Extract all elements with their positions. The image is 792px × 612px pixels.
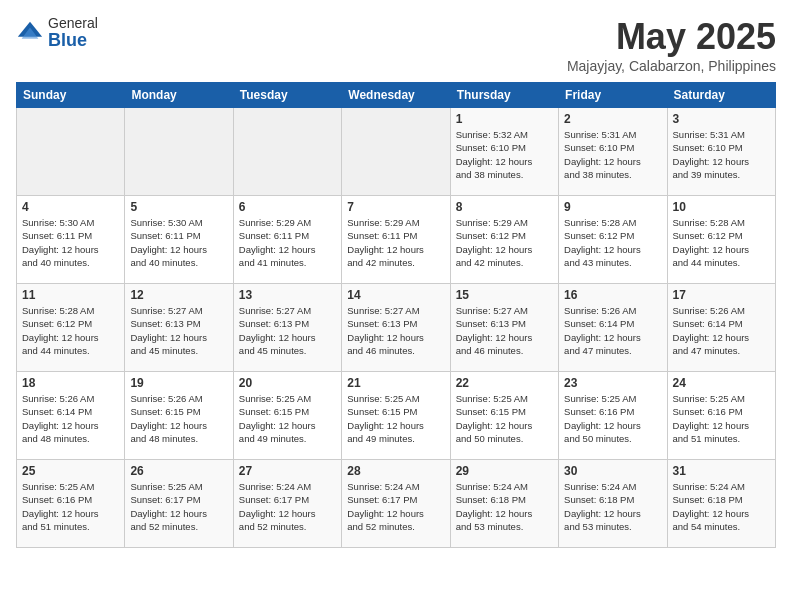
- day-number: 6: [239, 200, 336, 214]
- calendar-header: SundayMondayTuesdayWednesdayThursdayFrid…: [17, 83, 776, 108]
- week-row-2: 4Sunrise: 5:30 AMSunset: 6:11 PMDaylight…: [17, 196, 776, 284]
- day-number: 14: [347, 288, 444, 302]
- day-info: Sunrise: 5:26 AMSunset: 6:14 PMDaylight:…: [673, 304, 770, 357]
- week-row-5: 25Sunrise: 5:25 AMSunset: 6:16 PMDayligh…: [17, 460, 776, 548]
- day-info: Sunrise: 5:26 AMSunset: 6:15 PMDaylight:…: [130, 392, 227, 445]
- day-info: Sunrise: 5:28 AMSunset: 6:12 PMDaylight:…: [22, 304, 119, 357]
- calendar-cell: 2Sunrise: 5:31 AMSunset: 6:10 PMDaylight…: [559, 108, 667, 196]
- day-number: 18: [22, 376, 119, 390]
- day-info: Sunrise: 5:28 AMSunset: 6:12 PMDaylight:…: [673, 216, 770, 269]
- calendar-table: SundayMondayTuesdayWednesdayThursdayFrid…: [16, 82, 776, 548]
- day-number: 23: [564, 376, 661, 390]
- week-row-1: 1Sunrise: 5:32 AMSunset: 6:10 PMDaylight…: [17, 108, 776, 196]
- header-row: SundayMondayTuesdayWednesdayThursdayFrid…: [17, 83, 776, 108]
- calendar-cell: 24Sunrise: 5:25 AMSunset: 6:16 PMDayligh…: [667, 372, 775, 460]
- day-info: Sunrise: 5:27 AMSunset: 6:13 PMDaylight:…: [347, 304, 444, 357]
- day-number: 31: [673, 464, 770, 478]
- logo-icon: [16, 20, 44, 48]
- day-info: Sunrise: 5:26 AMSunset: 6:14 PMDaylight:…: [564, 304, 661, 357]
- calendar-cell: 12Sunrise: 5:27 AMSunset: 6:13 PMDayligh…: [125, 284, 233, 372]
- day-number: 9: [564, 200, 661, 214]
- day-info: Sunrise: 5:25 AMSunset: 6:16 PMDaylight:…: [22, 480, 119, 533]
- calendar-cell: 20Sunrise: 5:25 AMSunset: 6:15 PMDayligh…: [233, 372, 341, 460]
- day-number: 29: [456, 464, 553, 478]
- calendar-cell: 10Sunrise: 5:28 AMSunset: 6:12 PMDayligh…: [667, 196, 775, 284]
- day-number: 21: [347, 376, 444, 390]
- calendar-cell: 16Sunrise: 5:26 AMSunset: 6:14 PMDayligh…: [559, 284, 667, 372]
- day-number: 27: [239, 464, 336, 478]
- calendar-cell: 1Sunrise: 5:32 AMSunset: 6:10 PMDaylight…: [450, 108, 558, 196]
- calendar-cell: 17Sunrise: 5:26 AMSunset: 6:14 PMDayligh…: [667, 284, 775, 372]
- day-number: 17: [673, 288, 770, 302]
- day-number: 22: [456, 376, 553, 390]
- calendar-cell: [233, 108, 341, 196]
- day-info: Sunrise: 5:31 AMSunset: 6:10 PMDaylight:…: [673, 128, 770, 181]
- calendar-cell: [125, 108, 233, 196]
- calendar-cell: 4Sunrise: 5:30 AMSunset: 6:11 PMDaylight…: [17, 196, 125, 284]
- calendar-cell: [17, 108, 125, 196]
- week-row-4: 18Sunrise: 5:26 AMSunset: 6:14 PMDayligh…: [17, 372, 776, 460]
- day-info: Sunrise: 5:29 AMSunset: 6:11 PMDaylight:…: [347, 216, 444, 269]
- day-info: Sunrise: 5:24 AMSunset: 6:17 PMDaylight:…: [239, 480, 336, 533]
- day-info: Sunrise: 5:24 AMSunset: 6:18 PMDaylight:…: [564, 480, 661, 533]
- location-subtitle: Majayjay, Calabarzon, Philippines: [567, 58, 776, 74]
- title-area: May 2025 Majayjay, Calabarzon, Philippin…: [567, 16, 776, 74]
- day-info: Sunrise: 5:25 AMSunset: 6:16 PMDaylight:…: [564, 392, 661, 445]
- day-number: 20: [239, 376, 336, 390]
- calendar-cell: 7Sunrise: 5:29 AMSunset: 6:11 PMDaylight…: [342, 196, 450, 284]
- header-day-monday: Monday: [125, 83, 233, 108]
- logo-general-text: General: [48, 16, 98, 31]
- logo: General Blue: [16, 16, 98, 51]
- calendar-cell: 21Sunrise: 5:25 AMSunset: 6:15 PMDayligh…: [342, 372, 450, 460]
- day-number: 26: [130, 464, 227, 478]
- calendar-cell: 13Sunrise: 5:27 AMSunset: 6:13 PMDayligh…: [233, 284, 341, 372]
- calendar-cell: 26Sunrise: 5:25 AMSunset: 6:17 PMDayligh…: [125, 460, 233, 548]
- day-info: Sunrise: 5:29 AMSunset: 6:11 PMDaylight:…: [239, 216, 336, 269]
- day-number: 3: [673, 112, 770, 126]
- day-info: Sunrise: 5:24 AMSunset: 6:18 PMDaylight:…: [673, 480, 770, 533]
- day-number: 11: [22, 288, 119, 302]
- calendar-cell: 31Sunrise: 5:24 AMSunset: 6:18 PMDayligh…: [667, 460, 775, 548]
- header-day-saturday: Saturday: [667, 83, 775, 108]
- calendar-cell: 18Sunrise: 5:26 AMSunset: 6:14 PMDayligh…: [17, 372, 125, 460]
- day-info: Sunrise: 5:30 AMSunset: 6:11 PMDaylight:…: [130, 216, 227, 269]
- day-number: 15: [456, 288, 553, 302]
- day-number: 19: [130, 376, 227, 390]
- day-number: 10: [673, 200, 770, 214]
- day-info: Sunrise: 5:27 AMSunset: 6:13 PMDaylight:…: [130, 304, 227, 357]
- calendar-cell: 11Sunrise: 5:28 AMSunset: 6:12 PMDayligh…: [17, 284, 125, 372]
- calendar-cell: 27Sunrise: 5:24 AMSunset: 6:17 PMDayligh…: [233, 460, 341, 548]
- day-info: Sunrise: 5:30 AMSunset: 6:11 PMDaylight:…: [22, 216, 119, 269]
- calendar-cell: 5Sunrise: 5:30 AMSunset: 6:11 PMDaylight…: [125, 196, 233, 284]
- calendar-cell: 9Sunrise: 5:28 AMSunset: 6:12 PMDaylight…: [559, 196, 667, 284]
- day-info: Sunrise: 5:29 AMSunset: 6:12 PMDaylight:…: [456, 216, 553, 269]
- day-number: 7: [347, 200, 444, 214]
- calendar-cell: 14Sunrise: 5:27 AMSunset: 6:13 PMDayligh…: [342, 284, 450, 372]
- calendar-cell: 28Sunrise: 5:24 AMSunset: 6:17 PMDayligh…: [342, 460, 450, 548]
- day-number: 13: [239, 288, 336, 302]
- day-number: 24: [673, 376, 770, 390]
- header-day-thursday: Thursday: [450, 83, 558, 108]
- calendar-cell: 22Sunrise: 5:25 AMSunset: 6:15 PMDayligh…: [450, 372, 558, 460]
- day-number: 8: [456, 200, 553, 214]
- day-info: Sunrise: 5:32 AMSunset: 6:10 PMDaylight:…: [456, 128, 553, 181]
- header-day-sunday: Sunday: [17, 83, 125, 108]
- day-info: Sunrise: 5:25 AMSunset: 6:16 PMDaylight:…: [673, 392, 770, 445]
- header-day-wednesday: Wednesday: [342, 83, 450, 108]
- logo-blue-text: Blue: [48, 31, 98, 51]
- calendar-cell: 19Sunrise: 5:26 AMSunset: 6:15 PMDayligh…: [125, 372, 233, 460]
- calendar-cell: 8Sunrise: 5:29 AMSunset: 6:12 PMDaylight…: [450, 196, 558, 284]
- day-info: Sunrise: 5:25 AMSunset: 6:15 PMDaylight:…: [239, 392, 336, 445]
- calendar-cell: [342, 108, 450, 196]
- day-info: Sunrise: 5:26 AMSunset: 6:14 PMDaylight:…: [22, 392, 119, 445]
- day-number: 4: [22, 200, 119, 214]
- header-day-tuesday: Tuesday: [233, 83, 341, 108]
- calendar-cell: 15Sunrise: 5:27 AMSunset: 6:13 PMDayligh…: [450, 284, 558, 372]
- calendar-cell: 6Sunrise: 5:29 AMSunset: 6:11 PMDaylight…: [233, 196, 341, 284]
- day-number: 25: [22, 464, 119, 478]
- day-number: 5: [130, 200, 227, 214]
- day-info: Sunrise: 5:25 AMSunset: 6:17 PMDaylight:…: [130, 480, 227, 533]
- day-number: 2: [564, 112, 661, 126]
- calendar-cell: 23Sunrise: 5:25 AMSunset: 6:16 PMDayligh…: [559, 372, 667, 460]
- calendar-cell: 29Sunrise: 5:24 AMSunset: 6:18 PMDayligh…: [450, 460, 558, 548]
